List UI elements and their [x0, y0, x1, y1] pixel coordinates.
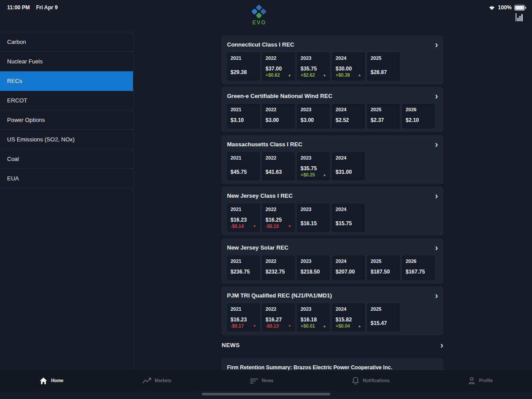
nav-news[interactable]: News — [250, 378, 273, 384]
cell-price: $16.18 — [301, 317, 326, 323]
price-cell[interactable]: 2021 $236.75 — [227, 255, 260, 280]
price-cell[interactable]: 2022 $37.00 +$0.62▲ — [262, 52, 295, 81]
price-cell[interactable]: 2024 $15.82 +$0.04▲ — [332, 303, 365, 332]
down-arrow-icon: ▼ — [288, 324, 291, 328]
sidebar-item-carbon[interactable]: Carbon — [0, 32, 133, 52]
nav-profile[interactable]: Profile — [468, 376, 493, 385]
price-cell[interactable]: 2021 $45.75 — [227, 152, 260, 180]
cell-change: +$0.01 — [301, 323, 315, 329]
sidebar-item-power-options[interactable]: Power Options — [0, 110, 133, 130]
cell-year: 2022 — [266, 155, 291, 160]
cell-change: -$0.10 — [266, 223, 279, 229]
home-indicator-zone — [0, 391, 532, 399]
cell-price: $2.10 — [406, 117, 431, 123]
price-cell[interactable]: 2024 $31.00 — [332, 152, 365, 180]
card-title: New Jersey Class I REC — [227, 192, 293, 199]
nav-label: News — [262, 378, 273, 383]
battery-percent: 100% — [498, 4, 512, 11]
price-cell[interactable]: 2021 $16.23 -$0.17▼ — [227, 303, 260, 332]
price-cell[interactable]: 2021 $16.23 -$0.14▼ — [227, 203, 260, 232]
price-cell[interactable]: 2023 $218.50 — [297, 255, 330, 280]
cell-year: 2024 — [336, 207, 361, 212]
cell-change: +$0.62 — [266, 72, 280, 78]
card-header[interactable]: PJM TRI Qualified REC (NJ1/PA1/MD1) › — [227, 291, 438, 300]
cell-change: -$0.13 — [266, 323, 279, 329]
cell-year: 2021 — [231, 155, 256, 160]
up-arrow-icon: ▲ — [323, 324, 326, 328]
price-cell[interactable]: 2024 $15.75 — [332, 203, 365, 232]
price-cell[interactable]: 2023 $3.00 — [297, 104, 330, 129]
price-cell[interactable]: 2025 $28.87 — [367, 52, 400, 81]
news-title: NEWS — [222, 342, 240, 348]
price-cell[interactable]: 2026 $167.75 — [402, 255, 435, 280]
bottom-nav: Home Markets News Notifications Profile — [0, 370, 532, 391]
sidebar-item-ercot[interactable]: ERCOT — [0, 91, 133, 110]
price-cell[interactable]: 2021 $3.10 — [227, 104, 260, 129]
sidebar-item-coal[interactable]: Coal — [0, 149, 133, 169]
price-cells: 2021 $236.75 2022 $232.75 2023 $218.50 2… — [227, 255, 438, 280]
cell-price: $16.27 — [266, 317, 291, 323]
cell-price: $16.23 — [231, 217, 256, 223]
evo-logo-icon — [252, 5, 267, 19]
card-new-jersey-class-i-rec: New Jersey Class I REC › 2021 $16.23 -$0… — [222, 187, 443, 235]
nav-notifications[interactable]: Notifications — [352, 376, 390, 385]
card-header[interactable]: New Jersey Solar REC › — [227, 243, 438, 252]
price-cell[interactable]: 2026 $2.10 — [402, 104, 435, 129]
sidebar-item-eua[interactable]: EUA — [0, 169, 133, 188]
nav-label: Notifications — [363, 378, 390, 383]
price-cell[interactable]: 2023 $16.18 +$0.01▲ — [297, 303, 330, 332]
price-cells: 2021 $3.10 2022 $3.00 2023 $3.00 2024 $2… — [227, 104, 438, 129]
profile-person-icon — [468, 376, 476, 385]
nav-label: Profile — [479, 378, 493, 383]
cell-price: $2.52 — [336, 117, 361, 123]
sidebar-item-recs[interactable]: RECs — [0, 71, 133, 91]
price-cell[interactable]: 2024 $2.52 — [332, 104, 365, 129]
sidebar-item-nuclear-fuels[interactable]: Nuclear Fuels — [0, 52, 133, 71]
price-cell[interactable]: 2025 $2.37 — [367, 104, 400, 129]
news-section-header[interactable]: NEWS › — [222, 341, 443, 348]
card-header[interactable]: New Jersey Class I REC › — [227, 191, 438, 200]
up-arrow-icon: ▲ — [288, 73, 291, 77]
card-pjm-tri-qualified-rec: PJM TRI Qualified REC (NJ1/PA1/MD1) › 20… — [222, 286, 443, 335]
price-cell[interactable]: 2022 $16.27 -$0.13▼ — [262, 303, 295, 332]
down-arrow-icon: ▼ — [253, 324, 256, 328]
price-cell[interactable]: 2021 $29.38 — [227, 52, 260, 81]
price-cell[interactable]: 2024 $207.00 — [332, 255, 365, 280]
price-cell[interactable]: 2025 $187.50 — [367, 255, 400, 280]
price-cell[interactable]: 2022 $16.25 -$0.10▼ — [262, 203, 295, 232]
cell-year: 2021 — [231, 258, 256, 264]
cell-year: 2024 — [336, 107, 361, 112]
cell-price: $187.50 — [371, 269, 396, 275]
chart-sort-icon[interactable] — [514, 12, 524, 22]
card-header[interactable]: Green-e Certifiable National Wind REC › — [227, 91, 438, 100]
price-cell[interactable]: 2023 $35.75 +$0.25▲ — [297, 152, 330, 180]
nav-home[interactable]: Home — [39, 377, 63, 385]
price-cell[interactable]: 2022 $41.63 — [262, 152, 295, 180]
home-indicator[interactable] — [202, 393, 330, 395]
cell-change: +$0.25 — [301, 172, 315, 177]
nav-markets[interactable]: Markets — [142, 377, 172, 384]
brand-logo: EVO — [244, 5, 275, 26]
cell-year: 2021 — [231, 306, 256, 312]
sidebar-item-us-emissions[interactable]: US Emissions (SO2, NOx) — [0, 130, 133, 149]
price-cells: 2021 $29.38 2022 $37.00 +$0.62▲ 2023 $35… — [227, 52, 438, 81]
price-cell[interactable]: 2022 $232.75 — [262, 255, 295, 280]
chevron-right-icon: › — [435, 141, 438, 148]
cell-price: $45.75 — [231, 169, 256, 175]
price-cell[interactable]: 2025 $15.47 — [367, 303, 400, 332]
card-header[interactable]: Massachusetts Class I REC › — [227, 140, 438, 149]
nav-label: Home — [51, 378, 63, 383]
price-cell[interactable]: 2022 $3.00 — [262, 104, 295, 129]
price-cell[interactable]: 2023 $16.15 — [297, 203, 330, 232]
cell-price: $218.50 — [301, 269, 326, 275]
cell-price: $37.00 — [266, 66, 291, 72]
up-arrow-icon: ▲ — [358, 324, 361, 328]
card-header[interactable]: Connecticut Class I REC › — [227, 40, 438, 49]
cell-year: 2023 — [301, 207, 326, 212]
cell-year: 2022 — [266, 306, 291, 312]
sidebar-divider — [133, 32, 133, 370]
price-cell[interactable]: 2024 $30.00 +$0.38▲ — [332, 52, 365, 81]
status-time: 11:00 PM — [7, 4, 30, 11]
cell-year: 2021 — [231, 107, 256, 112]
price-cell[interactable]: 2023 $35.75 +$2.62▲ — [297, 52, 330, 81]
